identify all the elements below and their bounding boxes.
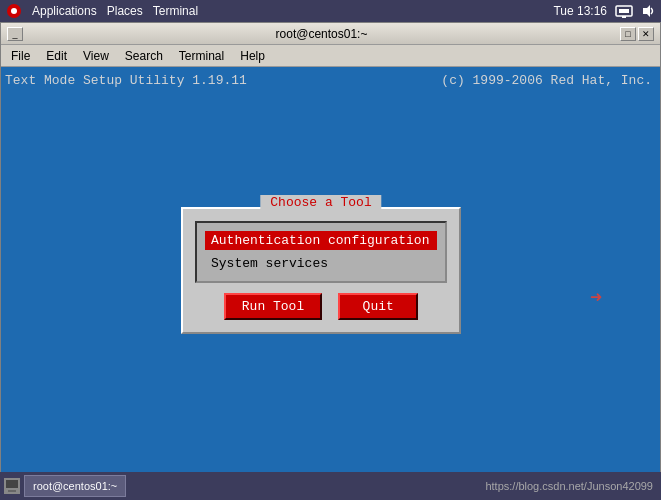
dialog-buttons: Run Tool Quit	[195, 293, 447, 320]
menu-search[interactable]: Search	[119, 47, 169, 65]
svg-rect-4	[622, 16, 626, 18]
network-icon	[615, 4, 633, 18]
dialog-title: Choose a Tool	[260, 195, 381, 210]
menu-help[interactable]: Help	[234, 47, 271, 65]
system-bar-left: Applications Places Terminal	[6, 3, 198, 19]
svg-point-1	[11, 8, 17, 14]
taskbar-url: https://blog.csdn.net/Junson42099	[485, 480, 653, 492]
run-tool-button[interactable]: Run Tool	[224, 293, 322, 320]
dialog-item-auth[interactable]: Authentication configuration	[205, 231, 437, 250]
volume-icon	[641, 4, 655, 18]
choose-tool-dialog: Choose a Tool Authentication configurati…	[181, 207, 461, 334]
close-button[interactable]: ✕	[638, 27, 654, 41]
svg-rect-7	[6, 480, 18, 488]
taskbar-app-icon	[4, 478, 20, 494]
clock: Tue 13:16	[553, 4, 607, 18]
system-bar-right: Tue 13:16	[553, 4, 655, 18]
terminal-menu[interactable]: Terminal	[153, 4, 198, 18]
applications-menu[interactable]: Applications	[32, 4, 97, 18]
fedora-icon	[6, 3, 22, 19]
quit-button[interactable]: Quit	[338, 293, 418, 320]
window-title: root@centos01:~	[23, 27, 620, 41]
status-line: Text Mode Setup Utility 1.19.11	[5, 73, 247, 88]
terminal-content: Text Mode Setup Utility 1.19.11 (c) 1999…	[1, 67, 660, 499]
maximize-button[interactable]: □	[620, 27, 636, 41]
svg-rect-3	[619, 9, 629, 13]
taskbar-terminal-button[interactable]: root@centos01:~	[24, 475, 126, 497]
places-menu[interactable]: Places	[107, 4, 143, 18]
minimize-button[interactable]: _	[7, 27, 23, 41]
dialog-list: Authentication configuration System serv…	[195, 221, 447, 283]
menu-file[interactable]: File	[5, 47, 36, 65]
svg-marker-5	[643, 5, 650, 17]
window-controls-right[interactable]: □ ✕	[620, 27, 654, 41]
menu-view[interactable]: View	[77, 47, 115, 65]
system-bar: Applications Places Terminal Tue 13:16	[0, 0, 661, 22]
menu-bar: File Edit View Search Terminal Help	[1, 45, 660, 67]
window-controls[interactable]: _	[7, 27, 23, 41]
status-line-right: (c) 1999-2006 Red Hat, Inc.	[441, 73, 652, 88]
svg-rect-8	[8, 490, 16, 492]
menu-terminal[interactable]: Terminal	[173, 47, 230, 65]
terminal-titlebar: _ root@centos01:~ □ ✕	[1, 23, 660, 45]
dialog-item-services[interactable]: System services	[205, 254, 437, 273]
taskbar-terminal-label: root@centos01:~	[33, 480, 117, 492]
terminal-window: _ root@centos01:~ □ ✕ File Edit View Sea…	[0, 22, 661, 500]
taskbar: root@centos01:~ https://blog.csdn.net/Ju…	[0, 472, 661, 500]
arrow-indicator: ➜	[590, 285, 602, 310]
menu-edit[interactable]: Edit	[40, 47, 73, 65]
